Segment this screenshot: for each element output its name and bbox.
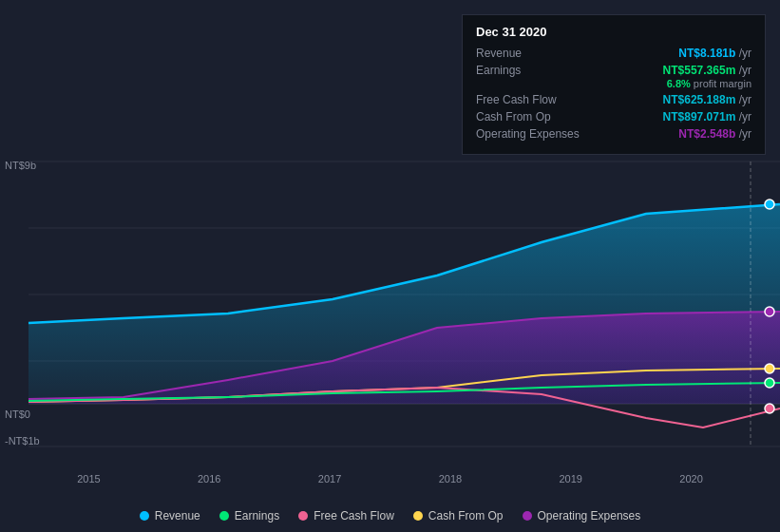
legend-item-cashfromop[interactable]: Cash From Op [413,509,504,522]
chart-svg [0,152,780,466]
x-label-2015: 2015 [77,473,100,484]
legend-dot-cashfromop [413,511,423,521]
legend-item-revenue[interactable]: Revenue [140,509,200,522]
legend-dot-fcf [298,511,308,521]
legend-dot-opex [523,511,532,521]
x-label-2017: 2017 [318,473,341,484]
svg-point-9 [765,364,774,373]
tooltip-value-revenue: NT$8.181b /yr [678,47,751,60]
tooltip-value-fcf: NT$625.188m /yr [663,93,751,106]
legend-label-revenue: Revenue [155,509,200,522]
tooltip-value-opex: NT$2.548b /yr [678,127,751,141]
legend-label-earnings: Earnings [235,509,279,522]
legend-label-fcf: Free Cash Flow [314,509,394,522]
legend-item-opex[interactable]: Operating Expenses [523,509,641,522]
tooltip-label-earnings: Earnings [476,64,521,77]
tooltip-row-fcf: Free Cash Flow NT$625.188m /yr [476,93,751,106]
tooltip-value-earnings: NT$557.365m /yr [663,64,751,77]
x-label-2016: 2016 [198,473,220,484]
tooltip-value-cashfromop: NT$897.071m /yr [663,110,751,124]
legend-dot-revenue [140,511,149,521]
tooltip-row-earnings: Earnings NT$557.365m /yr [476,64,751,77]
tooltip-label-revenue: Revenue [476,47,522,60]
chart-container: Dec 31 2020 Revenue NT$8.181b /yr Earnin… [0,0,780,532]
legend: Revenue Earnings Free Cash Flow Cash Fro… [0,509,780,522]
tooltip-row-revenue: Revenue NT$8.181b /yr [476,47,751,60]
tooltip-label-cashfromop: Cash From Op [476,110,551,124]
legend-dot-earnings [219,511,229,521]
svg-point-7 [765,200,774,209]
legend-item-earnings[interactable]: Earnings [219,509,279,522]
legend-item-fcf[interactable]: Free Cash Flow [298,509,394,522]
tooltip-row-cashfromop: Cash From Op NT$897.071m /yr [476,110,751,124]
svg-point-10 [765,404,774,413]
tooltip-profit-margin: 6.8% profit margin [476,78,751,89]
legend-label-opex: Operating Expenses [538,509,641,522]
x-label-2020: 2020 [679,473,702,484]
x-label-2019: 2019 [559,473,581,484]
svg-point-8 [765,307,774,316]
tooltip-label-fcf: Free Cash Flow [476,93,557,106]
tooltip-row-opex: Operating Expenses NT$2.548b /yr [476,127,751,141]
svg-point-11 [765,378,774,388]
legend-label-cashfromop: Cash From Op [428,509,504,522]
tooltip-label-opex: Operating Expenses [476,127,580,141]
x-axis-labels: 2015 2016 2017 2018 2019 2020 [0,473,780,484]
tooltip-box: Dec 31 2020 Revenue NT$8.181b /yr Earnin… [462,14,766,155]
tooltip-title: Dec 31 2020 [476,25,751,39]
x-label-2018: 2018 [439,473,462,484]
